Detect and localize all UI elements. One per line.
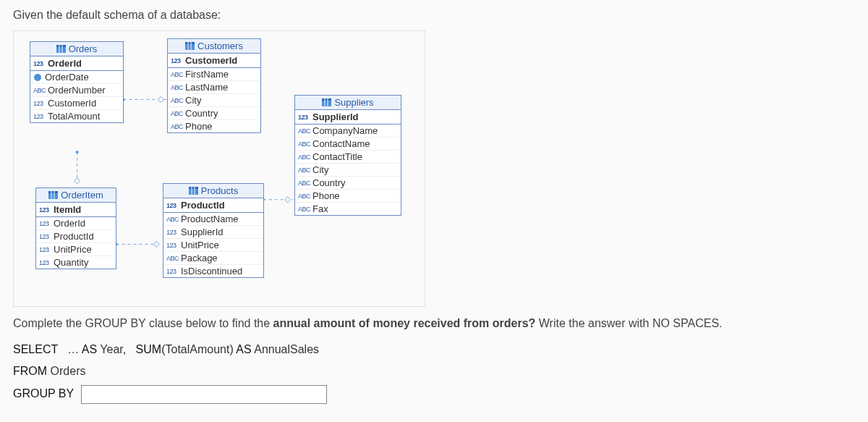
table-column: 123Quantity	[36, 256, 116, 269]
sql-block: SELECT … AS Year, SUM(TotalAmount) AS An…	[13, 339, 855, 405]
column-name: Fax	[312, 203, 328, 214]
table-column: ABCFirstName	[168, 68, 260, 80]
question-bold: annual amount of money received from ord…	[273, 317, 536, 329]
column-name: SupplierId	[181, 227, 224, 237]
column-name: ProductName	[181, 214, 238, 224]
svg-marker-7	[285, 197, 291, 203]
type-number-icon: 123	[166, 268, 179, 275]
type-number-icon: 123	[39, 233, 52, 240]
table-column: 123IsDiscontinued	[163, 264, 263, 277]
column-name: UnitPrice	[181, 240, 219, 250]
column-name: Package	[181, 253, 218, 263]
type-text-icon: ABC	[298, 180, 311, 187]
sql-keyword-as: AS	[82, 343, 97, 355]
type-text-icon: ABC	[171, 123, 184, 130]
table-column: ABCCountry	[168, 106, 260, 119]
column-name: Phone	[185, 121, 213, 132]
table-column: ABCCity	[295, 163, 401, 176]
type-number-icon: 123	[33, 113, 46, 120]
type-text-icon: ABC	[33, 87, 46, 94]
type-text-icon: ABC	[298, 166, 311, 174]
sql-keyword-as: AS	[236, 343, 251, 355]
table-customers-header: Customers	[168, 39, 260, 54]
svg-rect-29	[189, 187, 198, 189]
table-suppliers-pk: 123 SupplierId	[295, 110, 401, 125]
column-name: ContactName	[312, 138, 370, 149]
question-suffix: Write the answer with NO SPACES.	[535, 317, 722, 329]
type-number-icon: 123	[171, 57, 184, 64]
sql-alias-year: Year,	[100, 343, 126, 355]
table-suppliers: Suppliers 123 SupplierId ABCCompanyName …	[294, 95, 401, 216]
svg-marker-6	[153, 241, 159, 247]
column-name: SupplierId	[312, 111, 359, 122]
type-text-icon: ABC	[171, 84, 184, 91]
column-name: ProductId	[54, 231, 94, 242]
table-icon	[322, 98, 331, 106]
type-text-icon: ABC	[166, 255, 179, 262]
column-name: ItemId	[54, 204, 81, 215]
table-customers-title: Customers	[197, 41, 243, 51]
column-name: CustomerId	[48, 98, 96, 109]
column-name: City	[312, 164, 328, 175]
column-name: ContactTitle	[312, 151, 362, 162]
table-products-columns: ABCProductName 123SupplierId 123UnitPric…	[163, 213, 263, 277]
sql-keyword-groupby: GROUP BY	[13, 387, 74, 400]
type-number-icon: 123	[33, 60, 46, 67]
column-name: Country	[312, 177, 346, 188]
type-text-icon: ABC	[298, 140, 311, 148]
type-date-icon	[34, 74, 41, 81]
table-orderitem-columns: 123OrderId 123ProductId 123UnitPrice 123…	[36, 217, 116, 269]
table-products: Products 123 ProductId ABCProductName 12…	[163, 183, 264, 278]
svg-point-9	[76, 151, 79, 153]
table-customers-pk: 123 CustomerId	[168, 54, 260, 68]
table-icon	[189, 187, 198, 195]
column-name: TotalAmount	[48, 111, 100, 122]
table-column: ABCCountry	[295, 176, 401, 189]
table-customers: Customers 123 CustomerId ABCFirstName AB…	[167, 38, 261, 133]
table-column: 123SupplierId	[163, 225, 263, 238]
column-name: IsDiscontinued	[181, 266, 242, 277]
type-text-icon: ABC	[166, 216, 179, 223]
column-name: ProductId	[181, 200, 225, 211]
table-suppliers-header: Suppliers	[295, 96, 401, 110]
type-number-icon: 123	[39, 246, 52, 253]
table-column: ABCFax	[295, 202, 401, 215]
groupby-input[interactable]	[81, 385, 327, 404]
svg-rect-25	[48, 191, 58, 193]
table-column: 123CustomerId	[30, 96, 123, 109]
table-orders-header: Orders	[30, 42, 123, 56]
type-text-icon: ABC	[298, 193, 311, 200]
svg-rect-17	[185, 42, 195, 44]
table-icon	[185, 42, 195, 50]
table-column: ABCContactName	[295, 137, 401, 150]
column-name: Quantity	[54, 257, 88, 268]
sql-ellipsis: …	[67, 343, 79, 355]
table-column: 123UnitPrice	[163, 238, 263, 251]
table-column: OrderDate	[30, 71, 123, 83]
type-text-icon: ABC	[298, 153, 311, 161]
column-name: City	[185, 95, 201, 106]
type-number-icon: 123	[39, 206, 52, 214]
svg-rect-21	[322, 98, 331, 101]
sql-from-table: Orders	[51, 365, 86, 377]
table-column: ABCPhone	[295, 189, 401, 202]
type-text-icon: ABC	[171, 97, 184, 104]
table-column: 123TotalAmount	[30, 109, 123, 122]
column-name: FirstName	[185, 69, 229, 80]
column-name: UnitPrice	[54, 244, 92, 255]
table-orders-title: Orders	[69, 43, 98, 54]
table-column: ABCOrderNumber	[30, 83, 123, 96]
question-prefix: Complete the GROUP BY clause below to fi…	[13, 317, 273, 329]
type-number-icon: 123	[166, 229, 179, 236]
column-name: LastName	[185, 82, 228, 93]
table-orders: Orders 123 OrderId OrderDate ABCOrderNum…	[30, 41, 124, 123]
table-column: ABCContactTitle	[295, 150, 401, 163]
column-name: CompanyName	[312, 125, 378, 136]
type-number-icon: 123	[298, 114, 311, 121]
table-orderitem-pk: 123 ItemId	[36, 203, 116, 217]
table-orderitem-title: OrderItem	[61, 190, 103, 201]
table-column: ABCPackage	[163, 251, 263, 264]
svg-rect-13	[56, 45, 66, 47]
table-products-header: Products	[163, 184, 263, 198]
table-suppliers-columns: ABCCompanyName ABCContactName ABCContact…	[295, 125, 401, 215]
